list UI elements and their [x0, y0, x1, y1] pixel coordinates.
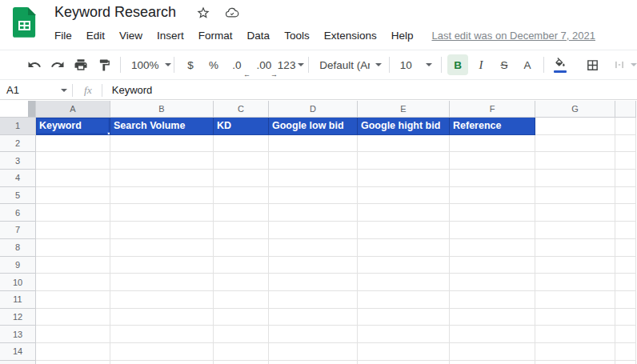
cell-E11[interactable]: [358, 291, 450, 309]
paint-format-button[interactable]: [94, 54, 114, 75]
number-format-button[interactable]: 123: [279, 54, 302, 75]
cell-F9[interactable]: [450, 257, 535, 274]
row-header-9[interactable]: 9: [0, 257, 36, 274]
cell-E6[interactable]: [358, 204, 450, 222]
merge-cells-button[interactable]: [614, 54, 637, 75]
cell-D10[interactable]: [269, 274, 358, 291]
cell-F3[interactable]: [450, 152, 535, 170]
menu-view[interactable]: View: [112, 30, 150, 42]
row-header-3[interactable]: 3: [0, 152, 36, 170]
menu-help[interactable]: Help: [384, 30, 421, 42]
cell-C1[interactable]: KD: [214, 118, 269, 135]
column-header-C[interactable]: C: [214, 101, 269, 118]
cell-H14[interactable]: [615, 343, 636, 361]
cell-E14[interactable]: [358, 343, 450, 361]
cell-G2[interactable]: [535, 135, 615, 153]
cell-B5[interactable]: [110, 187, 214, 205]
cell-C6[interactable]: [214, 204, 269, 222]
redo-button[interactable]: [47, 54, 68, 75]
cell-C13[interactable]: [214, 326, 269, 343]
cell-E12[interactable]: [358, 309, 450, 326]
cell-H13[interactable]: [615, 326, 636, 343]
cell-D9[interactable]: [269, 257, 358, 274]
cell-C12[interactable]: [214, 309, 269, 326]
cell-G14[interactable]: [535, 343, 615, 361]
row-header-12[interactable]: 12: [0, 309, 36, 326]
cell-E10[interactable]: [358, 274, 450, 291]
cell-H12[interactable]: [615, 309, 636, 326]
cell-A14[interactable]: [36, 343, 110, 361]
select-all-corner[interactable]: [0, 101, 36, 118]
column-header-A[interactable]: A: [36, 101, 110, 118]
cell-E1[interactable]: Google hight bid: [358, 118, 450, 135]
cell-A5[interactable]: [36, 187, 110, 205]
cell-B9[interactable]: [110, 257, 214, 274]
cell-C11[interactable]: [214, 291, 269, 309]
cell-D11[interactable]: [269, 291, 358, 309]
cell-F11[interactable]: [450, 291, 535, 309]
cell-B10[interactable]: [110, 274, 214, 291]
cell-D15[interactable]: [269, 361, 358, 364]
row-header-6[interactable]: 6: [0, 204, 36, 222]
cell-A15[interactable]: [36, 361, 110, 364]
column-header-E[interactable]: E: [358, 101, 450, 118]
cell-B3[interactable]: [110, 152, 214, 170]
cell-A12[interactable]: [36, 309, 110, 326]
cell-G7[interactable]: [535, 222, 615, 239]
menu-insert[interactable]: Insert: [150, 30, 191, 42]
zoom-select[interactable]: 100%: [126, 54, 168, 75]
cell-H5[interactable]: [615, 187, 636, 205]
cell-D1[interactable]: Google low bid: [269, 118, 358, 135]
fill-color-button[interactable]: [550, 54, 571, 75]
row-header-4[interactable]: 4: [0, 170, 36, 187]
menu-file[interactable]: File: [47, 30, 79, 42]
cell-B2[interactable]: [110, 135, 214, 153]
cell-F13[interactable]: [450, 326, 535, 343]
cell-G15[interactable]: [535, 361, 615, 364]
cell-G3[interactable]: [535, 152, 615, 170]
cell-F8[interactable]: [450, 239, 535, 257]
cell-H15[interactable]: [615, 361, 636, 364]
row-header-15[interactable]: 15: [0, 361, 36, 364]
cell-A2[interactable]: [36, 135, 110, 153]
row-header-14[interactable]: 14: [0, 343, 36, 361]
print-button[interactable]: [70, 54, 91, 75]
cell-D14[interactable]: [269, 343, 358, 361]
format-percent-button[interactable]: %: [203, 54, 224, 75]
row-header-13[interactable]: 13: [0, 326, 36, 343]
cell-E15[interactable]: [358, 361, 450, 364]
cell-G9[interactable]: [535, 257, 615, 274]
undo-button[interactable]: [24, 54, 45, 75]
cell-C2[interactable]: [214, 135, 269, 153]
cell-G11[interactable]: [535, 291, 615, 309]
cell-F12[interactable]: [450, 309, 535, 326]
row-header-7[interactable]: 7: [0, 222, 36, 239]
cell-A8[interactable]: [36, 239, 110, 257]
borders-button[interactable]: [582, 54, 603, 75]
font-size-select[interactable]: 10: [395, 54, 435, 75]
cell-B15[interactable]: [110, 361, 214, 364]
cell-D3[interactable]: [269, 152, 358, 170]
cell-E9[interactable]: [358, 257, 450, 274]
menu-tools[interactable]: Tools: [277, 30, 317, 42]
row-header-11[interactable]: 11: [0, 291, 36, 309]
cell-F4[interactable]: [450, 170, 535, 187]
cell-H4[interactable]: [615, 170, 636, 187]
bold-button[interactable]: B: [447, 54, 468, 75]
cell-B1[interactable]: Search Volume: [110, 118, 214, 135]
column-header-F[interactable]: F: [450, 101, 535, 118]
column-header-H[interactable]: [615, 101, 636, 118]
cell-E5[interactable]: [358, 187, 450, 205]
cell-B12[interactable]: [110, 309, 214, 326]
row-header-8[interactable]: 8: [0, 239, 36, 257]
cell-C9[interactable]: [214, 257, 269, 274]
row-header-1[interactable]: 1: [0, 118, 36, 135]
cell-A10[interactable]: [36, 274, 110, 291]
cell-G5[interactable]: [535, 187, 615, 205]
cell-D2[interactable]: [269, 135, 358, 153]
menu-extensions[interactable]: Extensions: [317, 30, 384, 42]
font-family-select[interactable]: Default (Ari…: [314, 54, 383, 75]
cell-G10[interactable]: [535, 274, 615, 291]
cell-E2[interactable]: [358, 135, 450, 153]
last-edit-link[interactable]: Last edit was on December 7, 2021: [431, 30, 595, 42]
